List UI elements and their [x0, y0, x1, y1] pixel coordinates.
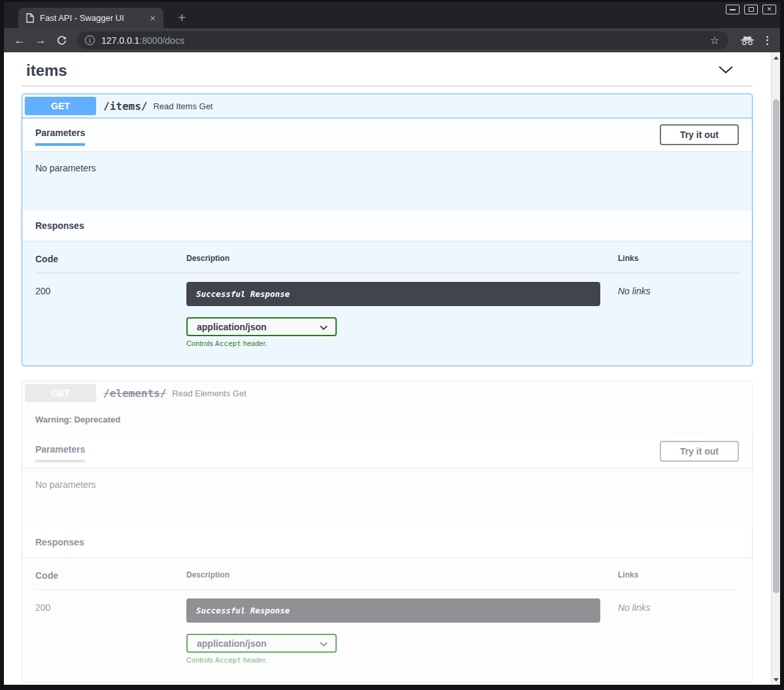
page-document-icon [26, 13, 34, 23]
no-parameters-text: No parameters [22, 468, 752, 527]
section-title: items [26, 61, 67, 80]
swagger-page: items GET /items/ Read Items Get Paramet… [4, 52, 771, 685]
response-description-box: Successful Response [186, 598, 600, 623]
section-divider [22, 86, 753, 86]
new-tab-button[interactable]: + [174, 9, 190, 26]
incognito-icon [740, 35, 755, 46]
response-description-box: Successful Response [186, 282, 600, 306]
response-row: 200 Successful Response application/json… [35, 273, 739, 348]
tab-title: Fast API - Swagger UI [40, 13, 147, 23]
scroll-up-arrow-icon[interactable] [772, 53, 780, 62]
media-type-select[interactable]: application/json [186, 317, 337, 336]
response-code: 200 [35, 282, 186, 348]
no-parameters-text: No parameters [22, 151, 752, 211]
responses-table: Code Description Links 200 Successful Re… [22, 557, 752, 682]
column-links: Links [618, 254, 739, 264]
parameters-tab[interactable]: Parameters [35, 440, 85, 462]
maximize-button[interactable] [744, 5, 758, 14]
parameters-header: Parameters Try it out [22, 118, 752, 151]
opblock-get-items: GET /items/ Read Items Get Parameters Tr… [22, 94, 753, 366]
browser-window: Fast API - Swagger UI × + ✕ ← → i 127.0.… [0, 0, 784, 690]
endpoint-path: /elements/ [103, 387, 166, 400]
column-links: Links [618, 570, 739, 581]
media-type-value: application/json [197, 638, 267, 649]
column-description: Description [186, 254, 618, 264]
tab-close-icon[interactable]: × [147, 12, 158, 24]
bookmark-star-icon[interactable]: ☆ [709, 34, 721, 46]
page-scrollbar[interactable] [771, 52, 780, 685]
column-description: Description [186, 570, 618, 581]
scroll-down-arrow-icon[interactable] [772, 675, 780, 684]
response-code: 200 [35, 598, 186, 664]
endpoint-path: /items/ [103, 100, 147, 112]
tag-section-header: items [26, 61, 753, 80]
responses-header: Responses [22, 527, 752, 557]
responses-table: Code Description Links 200 Successful Re… [22, 241, 752, 366]
url-text: 127.0.0.1:8000/docs [101, 35, 709, 46]
select-chevron-down-icon [320, 638, 328, 649]
browser-toolbar: ← → i 127.0.0.1:8000/docs ☆ [4, 28, 780, 52]
response-row: 200 Successful Response application/json… [35, 590, 739, 664]
response-links: No links [618, 282, 739, 348]
url-path: :8000/docs [139, 35, 184, 46]
deprecated-warning: Warning: Deprecated [22, 406, 752, 435]
try-it-out-button[interactable]: Try it out [660, 124, 739, 145]
endpoint-summary-row[interactable]: GET /elements/ Read Elements Get [22, 381, 752, 406]
forward-button[interactable]: → [31, 31, 50, 50]
minimize-button[interactable] [726, 5, 740, 14]
accept-header-note: Controls Accept header. [186, 339, 618, 348]
method-badge: GET [25, 97, 96, 115]
parameters-tab[interactable]: Parameters [35, 124, 85, 146]
address-bar[interactable]: i 127.0.0.1:8000/docs ☆ [77, 31, 728, 49]
media-type-value: application/json [197, 322, 267, 332]
parameters-header: Parameters Try it out [22, 435, 752, 468]
tab-strip: Fast API - Swagger UI × + ✕ [4, 2, 780, 28]
url-host: 127.0.0.1 [101, 35, 139, 46]
scrollbar-thumb[interactable] [773, 99, 779, 593]
site-info-icon[interactable]: i [85, 35, 95, 45]
response-links: No links [618, 598, 739, 664]
browser-tab[interactable]: Fast API - Swagger UI × [18, 8, 163, 28]
response-description-cell: Successful Response application/json Con… [186, 598, 618, 664]
window-close-button[interactable]: ✕ [762, 5, 776, 14]
try-it-out-button[interactable]: Try it out [660, 441, 739, 462]
browser-menu-icon[interactable] [761, 33, 774, 48]
column-code: Code [35, 254, 186, 264]
responses-header: Responses [22, 211, 752, 241]
responses-table-head: Code Description Links [35, 570, 739, 590]
reload-button[interactable] [52, 31, 71, 50]
opblock-get-elements-deprecated: GET /elements/ Read Elements Get Warning… [22, 381, 753, 683]
window-controls: ✕ [726, 5, 776, 14]
endpoint-summary: Read Elements Get [172, 388, 246, 398]
back-button[interactable]: ← [10, 31, 29, 50]
endpoint-summary-row[interactable]: GET /items/ Read Items Get [22, 94, 752, 118]
response-description-cell: Successful Response application/json Con… [186, 282, 618, 348]
responses-table-head: Code Description Links [35, 254, 739, 273]
collapse-chevron-down-icon[interactable] [715, 62, 736, 79]
media-type-select[interactable]: application/json [186, 634, 337, 653]
column-code: Code [35, 570, 186, 581]
select-chevron-down-icon [320, 321, 328, 333]
accept-header-note: Controls Accept header. [186, 656, 618, 664]
method-badge: GET [25, 384, 96, 402]
endpoint-summary: Read Items Get [153, 101, 213, 111]
